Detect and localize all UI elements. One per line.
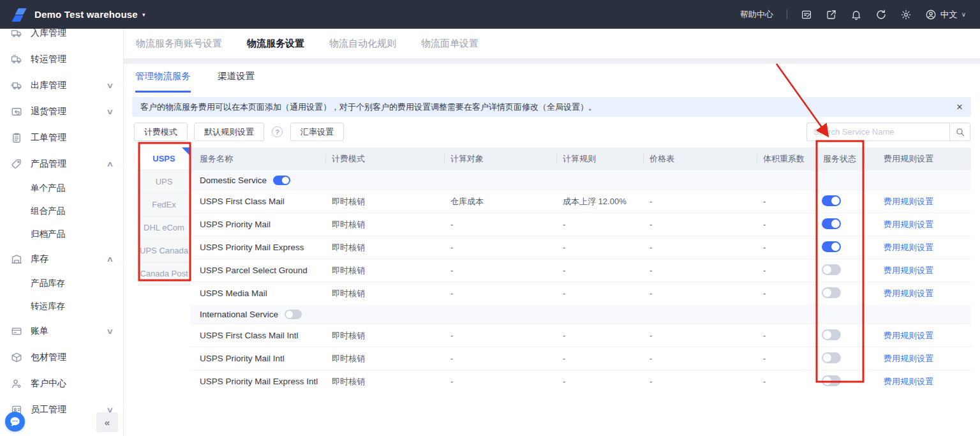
export-icon[interactable]	[826, 9, 837, 20]
sidebar-subitem[interactable]: 单个产品	[0, 177, 123, 200]
sidebar-item-inbound[interactable]: 入库管理	[0, 29, 123, 46]
service-status-toggle[interactable]	[822, 352, 841, 363]
service-name: USPS Priority Mail Intl	[190, 354, 325, 363]
carrier-tab-ups-canada[interactable]: UPS Canada	[138, 239, 190, 262]
calc-target-cell: -	[444, 243, 556, 252]
help-center-link[interactable]: 帮助中心	[740, 9, 773, 20]
service-status-toggle[interactable]	[822, 375, 841, 386]
chevron-down-icon: ∨	[106, 327, 114, 336]
close-icon[interactable]: ×	[956, 101, 963, 112]
fee-rule-settings-link[interactable]: 费用规则设置	[884, 354, 933, 363]
tab-1[interactable]: 物流服务设置	[247, 38, 304, 50]
fee-rule-cell: 费用规则设置	[864, 353, 971, 365]
calc-rule-cell: -	[556, 354, 643, 363]
sidebar-item-label: 产品管理	[31, 158, 66, 170]
search-icon[interactable]	[949, 123, 970, 141]
bell-icon[interactable]	[850, 9, 862, 20]
main-tabs: 物流服务商账号设置物流服务设置物流自动化规则物流面单设置	[124, 29, 980, 58]
info-banner-text: 客户的物流服务费用可以在本页面添加（通用设置），对于个别客户的费用设置调整需要在…	[140, 101, 597, 113]
sidebar-item-customers[interactable]: 客户中心	[0, 370, 123, 396]
gear-icon[interactable]	[900, 9, 912, 20]
carrier-tab-usps[interactable]: USPS	[138, 147, 190, 170]
warehouse-selector[interactable]: Demo Test warehouse	[34, 9, 138, 20]
fee-rule-settings-link[interactable]: 费用规则设置	[884, 243, 933, 252]
service-status-cell	[817, 352, 864, 365]
service-status-cell	[817, 195, 864, 208]
fee-rule-settings-link[interactable]: 费用规则设置	[884, 197, 933, 206]
sidebar-item-returns[interactable]: 退货管理∨	[0, 98, 123, 124]
carrier-tab-ups[interactable]: UPS	[138, 170, 190, 193]
sidebar-subitem-label: 转运库存	[31, 301, 65, 312]
carrier-tab-canada-post[interactable]: Canada Post	[138, 262, 190, 285]
service-status-cell	[817, 329, 864, 342]
service-status-toggle[interactable]	[822, 287, 841, 298]
service-status-toggle[interactable]	[822, 195, 841, 206]
service-search	[806, 123, 970, 141]
tab-0[interactable]: 物流服务商账号设置	[136, 38, 222, 50]
refresh-icon[interactable]	[875, 9, 887, 20]
question-circle-icon[interactable]: ?	[272, 126, 283, 137]
subtab-1[interactable]: 渠道设置	[218, 70, 255, 93]
chat-support-button[interactable]	[5, 412, 25, 432]
carrier-tab-fedex[interactable]: FedEx	[138, 193, 190, 216]
info-banner: 客户的物流服务费用可以在本页面添加（通用设置），对于个别客户的费用设置调整需要在…	[132, 97, 971, 117]
work-order-icon	[11, 132, 22, 144]
billing-mode-cell: 即时核销	[325, 196, 444, 207]
billing-mode-cell: 即时核销	[325, 376, 444, 387]
price-table-cell: -	[643, 331, 757, 340]
sidebar-item-label: 转运管理	[31, 54, 66, 65]
sidebar-item-label: 员工管理	[31, 404, 66, 416]
calc-target-cell: -	[444, 266, 556, 275]
chevron-up-icon: ∧	[106, 255, 114, 264]
carrier-tab-dhl-ecom[interactable]: DHL eCom	[138, 216, 190, 239]
fee-rule-settings-link[interactable]: 费用规则设置	[884, 331, 933, 340]
sidebar-subitem[interactable]: 产品库存	[0, 272, 123, 295]
vol-factor-cell: -	[757, 289, 817, 298]
sidebar-subitem[interactable]: 组合产品	[0, 200, 123, 223]
fee-rule-settings-link[interactable]: 费用规则设置	[884, 377, 933, 386]
fee-rule-settings-link[interactable]: 费用规则设置	[884, 220, 933, 229]
sidebar-collapse-button[interactable]: «	[96, 412, 118, 432]
service-status-toggle[interactable]	[822, 218, 841, 229]
sidebar-item-packaging[interactable]: 包材管理	[0, 344, 123, 370]
language-selector[interactable]: 中文 ∨	[925, 9, 966, 20]
tab-2[interactable]: 物流自动化规则	[329, 38, 396, 50]
group-status-toggle[interactable]	[273, 176, 290, 185]
service-status-toggle[interactable]	[822, 329, 841, 340]
topbar-divider	[787, 10, 787, 19]
sidebar-item-billing[interactable]: 账单∨	[0, 318, 123, 344]
warehouse-caret-icon[interactable]: ▾	[142, 11, 145, 18]
subtab-0[interactable]: 管理物流服务	[135, 70, 191, 93]
fee-rule-settings-link[interactable]: 费用规则设置	[884, 289, 933, 298]
search-input[interactable]	[806, 123, 949, 141]
service-row: USPS Priority Mail即时核销----费用规则设置	[190, 213, 971, 236]
billing-mode-cell: 即时核销	[325, 242, 444, 253]
topbar: Demo Test warehouse ▾ 帮助中心 中文 ∨	[0, 0, 980, 29]
chevron-up-icon: ∧	[106, 160, 114, 169]
default-rule-settings-button[interactable]: 默认规则设置	[194, 123, 264, 141]
group-name: Domestic Service	[200, 176, 267, 185]
group-status-toggle[interactable]	[285, 310, 302, 319]
exchange-rate-settings-button[interactable]: 汇率设置	[290, 123, 344, 141]
service-name: USPS Priority Mail Express	[190, 243, 325, 252]
app-logo-icon	[11, 6, 27, 23]
main-area: 物流服务商账号设置物流服务设置物流自动化规则物流面单设置 管理物流服务渠道设置 …	[124, 29, 980, 436]
sidebar-subitem[interactable]: 归档产品	[0, 223, 123, 246]
fee-rule-cell: 费用规则设置	[864, 330, 971, 342]
feedback-icon[interactable]	[801, 9, 812, 20]
sidebar-item-products[interactable]: 产品管理∧	[0, 151, 123, 177]
service-status-toggle[interactable]	[822, 241, 841, 252]
column-header-5: 体积重系数	[757, 153, 817, 165]
fee-rule-settings-link[interactable]: 费用规则设置	[884, 266, 933, 275]
sidebar-item-workorder[interactable]: 工单管理	[0, 124, 123, 151]
service-status-toggle[interactable]	[822, 264, 841, 275]
tab-3[interactable]: 物流面单设置	[421, 38, 479, 50]
sidebar-item-inventory[interactable]: 库存∧	[0, 246, 123, 272]
sidebar-subitem[interactable]: 转运库存	[0, 295, 123, 318]
billing-mode-button[interactable]: 计费模式	[134, 123, 188, 141]
sidebar-item-outbound[interactable]: 出库管理∨	[0, 72, 123, 98]
table-body: Domestic ServiceUSPS First Class Mail即时核…	[190, 170, 971, 393]
service-status-cell	[817, 375, 864, 388]
sidebar-item-label: 账单	[31, 326, 48, 337]
sidebar-item-transfer[interactable]: 转运管理	[0, 46, 123, 72]
